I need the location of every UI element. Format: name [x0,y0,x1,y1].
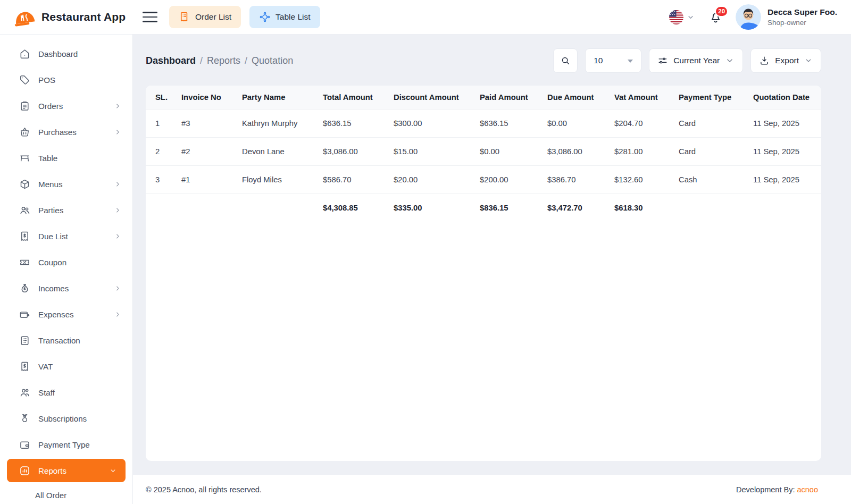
sidebar-item-orders[interactable]: Orders [0,93,132,119]
sidebar-item-parties[interactable]: Parties [0,197,132,223]
sidebar-subitem-all-order[interactable]: All Order [0,483,132,504]
totals-cell-vat: $618.30 [614,194,679,222]
sidebar-nav: DashboardPOSOrdersPurchasesTableMenusPar… [0,35,133,504]
cell-party: Floyd Miles [242,166,323,194]
chevron-right-icon [114,180,122,188]
column-header: Paid Amount [480,86,547,110]
cell-party: Kathryn Murphy [242,110,323,138]
export-button[interactable]: Export [750,48,821,73]
sidebar-item-label: Orders [38,102,63,111]
breadcrumb-item-quotation[interactable]: Quotation [252,55,293,66]
money-bag-icon [19,283,30,294]
cell-paid: $200.00 [480,166,547,194]
user-role: Shop-owner [767,19,837,27]
cell-invoice: #1 [181,166,242,194]
sidebar-item-label: Parties [38,206,63,215]
cell-discount: $300.00 [394,110,480,138]
sidebar-item-reports[interactable]: Reports [7,459,126,482]
column-header: Due Amount [547,86,614,110]
sidebar-item-vat[interactable]: VAT [0,354,132,380]
sidebar-item-due-list[interactable]: Due List [0,223,132,249]
search-icon [560,55,571,66]
cell-invoice: #2 [181,138,242,166]
notifications-button[interactable]: 20 [708,10,723,24]
cell-discount: $20.00 [394,166,480,194]
totals-cell-party [242,194,323,222]
sidebar-item-label: Coupon [38,258,66,267]
cell-date: 11 Sep, 2025 [753,110,821,138]
table-row: 2#2Devon Lane$3,086.00$15.00$0.00$3,086.… [146,138,821,166]
cell-due: $3,086.00 [547,138,614,166]
dev-link[interactable]: acnoo [797,485,818,494]
totals-cell-sl [146,194,181,222]
export-label: Export [775,56,799,65]
order-list-button[interactable]: Order List [169,6,241,28]
sidebar-item-label: POS [38,75,55,85]
notification-count-badge: 20 [715,6,728,17]
sidebar-item-purchases[interactable]: Purchases [0,119,132,145]
cell-total: $3,086.00 [323,138,394,166]
sidebar-item-incomes[interactable]: Incomes [0,275,132,301]
sliders-icon [657,55,668,66]
sidebar-item-label: Table [38,154,57,163]
breadcrumb-item-reports[interactable]: Reports [207,55,240,66]
wallet-out-icon [19,309,30,320]
sidebar-item-menus[interactable]: Menus [0,171,132,197]
receipt-dollar-icon [19,231,30,242]
column-header: SL. [146,86,181,110]
column-header: Discount Amount [394,86,480,110]
totals-cell-paid: $836.15 [480,194,547,222]
sidebar-item-label: Due List [38,232,68,241]
sidebar-item-subscriptions[interactable]: Subscriptions [0,406,132,432]
cell-date: 11 Sep, 2025 [753,138,821,166]
chevron-down-icon [109,467,117,475]
user-avatar[interactable] [736,4,761,30]
year-filter-button[interactable]: Current Year [649,48,743,73]
sidebar-item-payment-type[interactable]: Payment Type [0,432,132,458]
sidebar-item-label: VAT [38,362,53,371]
chevron-right-icon [114,128,122,136]
sidebar-item-table[interactable]: Table [0,145,132,171]
app-logo[interactable]: Restaurant App [0,7,133,27]
cell-party: Devon Lane [242,138,323,166]
development-credit: Development By: acnoo [736,485,818,494]
sidebar-item-staff[interactable]: Staff [0,380,132,406]
sidebar-item-label: Subscriptions [38,414,87,423]
per-page-value: 10 [594,56,603,65]
sidebar-item-expenses[interactable]: Expenses [0,301,132,327]
select-caret-icon [628,60,633,65]
totals-cell-payment [679,194,753,222]
totals-cell-due: $3,472.70 [547,194,614,222]
user-menu[interactable]: Decca Super Foo. Shop-owner [767,7,837,27]
chevron-down-icon [804,56,813,65]
sidebar-item-transaction[interactable]: Transaction [0,327,132,354]
table-list-button[interactable]: Table List [249,6,320,28]
totals-cell-invoice [181,194,242,222]
table-row: 1#3Kathryn Murphy$636.15$300.00$636.15$0… [146,110,821,138]
per-page-select[interactable]: 10 [585,48,641,73]
quotation-report-card: SL.Invoice NoParty NameTotal AmountDisco… [146,86,821,461]
sidebar-item-label: Transaction [38,336,80,345]
search-button[interactable] [553,48,578,73]
breadcrumb-item-dashboard[interactable]: Dashboard [146,55,196,66]
sidebar-item-dashboard[interactable]: Dashboard [0,41,132,67]
language-selector[interactable] [669,10,695,24]
table-row: 3#1Floyd Miles$586.70$20.00$200.00$386.7… [146,166,821,194]
medal-icon [19,413,30,424]
sidebar-item-coupon[interactable]: Coupon [0,249,132,275]
sidebar-item-label: Staff [38,388,55,397]
cell-payment: Card [679,138,753,166]
quotation-table: SL.Invoice NoParty NameTotal AmountDisco… [146,86,821,222]
cell-date: 11 Sep, 2025 [753,166,821,194]
table-totals-row: $4,308.85$335.00$836.15$3,472.70$618.30 [146,194,821,222]
cell-paid: $636.15 [480,110,547,138]
sidebar-item-pos[interactable]: POS [0,67,132,93]
sidebar-toggle-button[interactable] [143,12,157,22]
cell-vat: $281.00 [614,138,679,166]
user-name: Decca Super Foo. [767,7,837,17]
cell-due: $386.70 [547,166,614,194]
sidebar-item-label: Incomes [38,284,69,293]
chevron-right-icon [114,284,122,292]
cell-sl: 2 [146,138,181,166]
download-icon [759,55,770,66]
